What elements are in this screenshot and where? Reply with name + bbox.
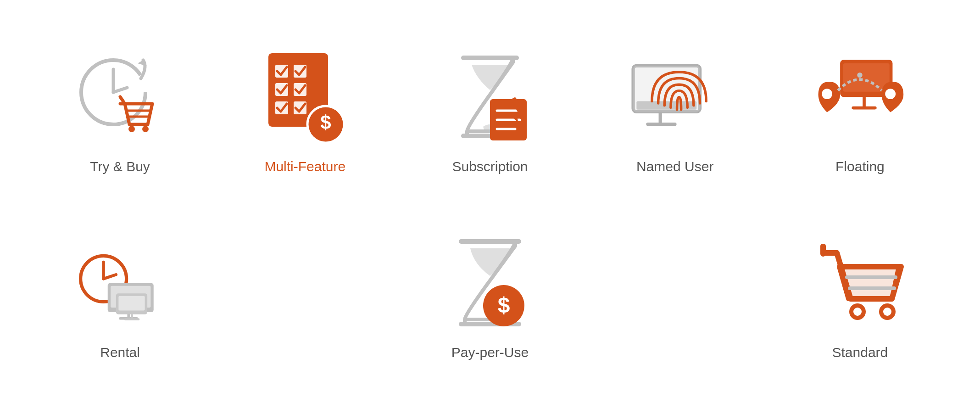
svg-text:$: $ [498, 293, 510, 317]
subscription-icon [444, 49, 536, 150]
named-user-icon [629, 49, 721, 150]
cell-empty2 [583, 205, 768, 391]
floating-icon [814, 49, 906, 150]
cell-pay-per-use: $ Pay-per-Use [397, 205, 582, 391]
cell-named-user: Named User [583, 18, 768, 205]
multi-feature-label: Multi-Feature [264, 159, 345, 174]
standard-label: Standard [832, 345, 888, 360]
pay-per-use-icon: $ [444, 235, 536, 336]
cell-try-buy: Try & Buy [28, 18, 212, 205]
cell-empty [212, 205, 397, 391]
try-buy-icon [74, 49, 166, 150]
svg-rect-47 [118, 296, 145, 311]
floating-label: Floating [835, 159, 885, 174]
standard-icon [814, 235, 906, 336]
svg-point-59 [883, 308, 891, 316]
rental-icon [74, 235, 166, 336]
svg-point-57 [853, 308, 862, 316]
try-buy-label: Try & Buy [90, 159, 150, 174]
cell-rental: Rental [28, 205, 212, 391]
license-types-grid: Try & Buy $ [0, 0, 980, 409]
svg-point-38 [858, 73, 863, 78]
cell-floating: Floating [768, 18, 952, 205]
named-user-label: Named User [636, 159, 713, 174]
svg-point-37 [885, 89, 896, 99]
svg-line-41 [103, 275, 116, 279]
svg-line-2 [113, 88, 127, 92]
svg-rect-33 [843, 63, 890, 92]
subscription-label: Subscription [452, 159, 528, 174]
cell-subscription: Subscription [397, 18, 582, 205]
pay-per-use-label: Pay-per-Use [451, 345, 529, 360]
multi-feature-icon: $ [259, 49, 351, 150]
svg-point-36 [822, 89, 833, 99]
rental-label: Rental [100, 345, 140, 360]
cell-multi-feature: $ Multi-Feature [212, 18, 397, 205]
cell-standard: Standard [768, 205, 952, 391]
svg-text:$: $ [320, 112, 331, 133]
svg-point-7 [142, 126, 149, 132]
svg-point-6 [128, 126, 135, 132]
